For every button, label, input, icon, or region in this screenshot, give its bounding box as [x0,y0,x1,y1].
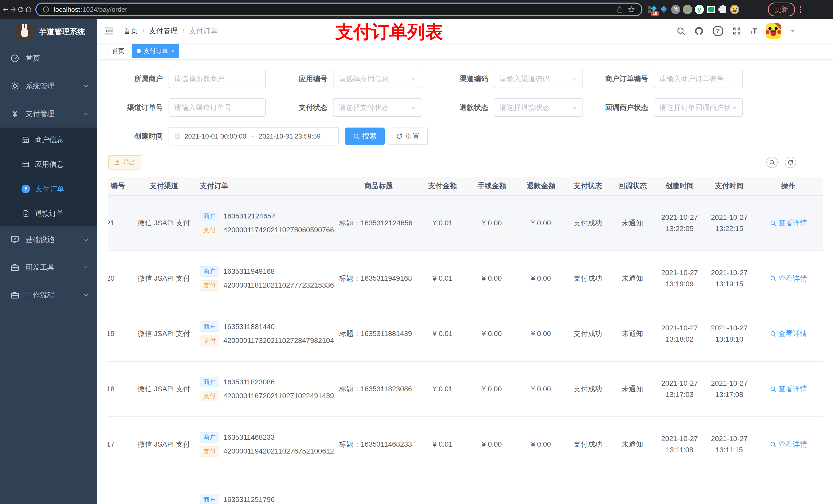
refund-amount: ¥ 0.00 [516,274,566,283]
refresh-icon [396,133,403,140]
extension-chat-icon[interactable] [707,5,716,14]
extension-puzzle-icon[interactable] [718,5,728,14]
notify-status: 未通知 [610,384,655,394]
extension-emoji-icon[interactable] [730,5,739,14]
sidebar-item-workflow[interactable]: 工作流程 [0,281,97,309]
browser-update-button[interactable]: 更新 [768,3,795,16]
extension-recorder-icon[interactable] [683,5,692,14]
merchant-tag: 商户 [200,211,219,221]
sidebar-item-dev-tools[interactable]: 研发工具 [0,254,97,281]
table-row: 21 微信 JSAPI 支付 商户 1635312124657 支付 42000… [108,196,823,251]
gear-icon [10,81,20,91]
extension-y-icon[interactable]: y [695,5,704,14]
breadcrumb-payment[interactable]: 支付管理 [149,26,178,36]
pay-tag: 支付 [200,335,219,346]
extension-command-icon[interactable]: ⌘ [671,5,680,14]
bookmark-star-icon[interactable] [627,6,635,13]
order-id: 21 [108,219,115,227]
pay-channel: 微信 JSAPI 支付 [133,329,195,339]
sidebar-item-refund-order[interactable]: 退款订单 [0,201,97,226]
pay-amount: ¥ 0.01 [418,385,467,393]
sidebar-item-pay-order[interactable]: ¥ 支付订单 [0,177,97,201]
fullscreen-icon[interactable] [732,26,741,35]
search-icon[interactable] [676,26,686,35]
extension-kite-icon[interactable] [659,5,669,14]
sidebar-item-infrastructure[interactable]: 基础设施 [0,226,97,254]
chevron-up-icon [83,111,89,117]
help-icon[interactable]: ? [713,26,723,37]
share-icon[interactable] [616,6,623,13]
filter-merchant: 所属商户 请选择所属商户 [118,70,266,88]
filter-app: 应用编号 请选择应用信息 [287,70,422,88]
view-detail-link[interactable]: 查看详情 [770,329,807,339]
browser-menu-icon[interactable] [800,6,801,13]
merchant-order-no: 1635311823086 [223,378,275,386]
date-range-input[interactable]: 2021-10-01 00:00:00 - 2021-10-31 23:59:5… [169,127,339,145]
order-id: 18 [108,385,115,393]
view-detail-link[interactable]: 查看详情 [770,273,807,283]
tab-pay-order[interactable]: 支付订单 × [132,44,179,58]
notify-status-select[interactable]: 请选择订单回调商户状态 [654,98,743,117]
date-start: 2021-10-01 00:00:00 [185,133,246,140]
merchant-order-no-input[interactable]: 请输入商户订单编号 [654,70,743,88]
avatar[interactable] [766,23,781,39]
view-detail-link[interactable]: 查看详情 [770,218,807,228]
merchant-input[interactable]: 请选择所属商户 [169,70,266,88]
pay-channel: 微信 JSAPI 支付 [133,439,195,449]
browser-forward-button[interactable] [9,3,17,16]
sidebar-item-merchant-info[interactable]: 商户信息 [0,127,97,152]
pay-amount: ¥ 0.01 [418,330,467,338]
url-bar[interactable]: localhost :1024/pay/order [35,3,642,16]
site-info-icon[interactable] [43,6,50,13]
magnifier-icon [770,330,777,337]
sidebar-item-system[interactable]: 系统管理 [0,72,97,100]
app-logo: 芋道管理系统 [0,19,97,45]
fee-amount: ¥ 0.00 [467,440,516,449]
top-navbar: 首页 / 支付管理 / 支付订单 支付订单列表 ? тT [97,19,833,43]
chevron-down-icon [83,237,89,243]
channel-order-no-input[interactable]: 请输入渠道订单号 [169,98,266,117]
view-detail-link[interactable]: 查看详情 [770,384,807,394]
tab-home[interactable]: 首页 [108,44,129,58]
product-title: 标题：1635312124656 [337,218,418,228]
pay-tag: 支付 [200,446,219,457]
pay-channel: 微信 JSAPI 支付 [133,273,195,283]
browser-back-button[interactable] [2,3,9,16]
forward-arrow-icon [10,6,16,13]
browser-reload-button[interactable] [17,3,25,16]
reset-button[interactable]: 重置 [388,127,428,145]
close-tab-icon[interactable]: × [171,48,174,54]
shop-icon [22,136,30,144]
pay-status: 支付成功 [566,273,610,283]
pay-tag: 支付 [200,225,219,235]
chevron-down-icon [572,76,577,82]
filter-merchant-order-no: 商户订单编号 请输入商户订单编号 [584,70,743,88]
font-size-icon[interactable]: тT [750,27,757,35]
chevron-down-icon [83,264,89,270]
table-search-toggle-button[interactable] [766,157,778,168]
pay-order-icon: ¥ [22,185,30,193]
app-select[interactable]: 请选择应用信息 [333,70,422,88]
view-detail-link[interactable]: 查看详情 [770,439,807,449]
sidebar-item-home[interactable]: 首页 [0,45,97,72]
export-button[interactable]: 导出 [108,155,141,170]
table-refresh-button[interactable] [785,157,796,168]
sidebar-item-app-info[interactable]: 应用信息 [0,152,97,177]
sidebar-fold-icon[interactable] [104,26,114,36]
refund-status-select[interactable]: 请选择退款状态 [494,98,583,117]
merchant-order-no: 1635311881440 [223,323,275,331]
extension-tasks-icon[interactable]: 10 [647,5,657,14]
table-header: 编号 支付渠道 支付订单 商品标题 支付金额 手续金额 退款金额 支付状态 回调… [108,177,823,196]
sidebar-item-payment[interactable]: ¥ 支付管理 [0,100,97,127]
avatar-caret-icon[interactable] [790,30,795,35]
pay-status-select[interactable]: 请选择支付状态 [333,98,422,117]
search-button[interactable]: 搜索 [345,127,385,145]
document-icon [22,210,30,218]
channel-code-select[interactable]: 请输入渠道编码 [494,70,583,88]
breadcrumb-home[interactable]: 首页 [123,26,138,36]
browser-home-button[interactable] [25,3,32,16]
github-icon[interactable] [694,26,704,36]
sidebar: 芋道管理系统 首页 系统管理 ¥ 支付管理 商户信息 [0,19,97,504]
grid-icon [22,160,30,169]
filter-channel-code: 渠道编码 请输入渠道编码 [447,70,583,88]
